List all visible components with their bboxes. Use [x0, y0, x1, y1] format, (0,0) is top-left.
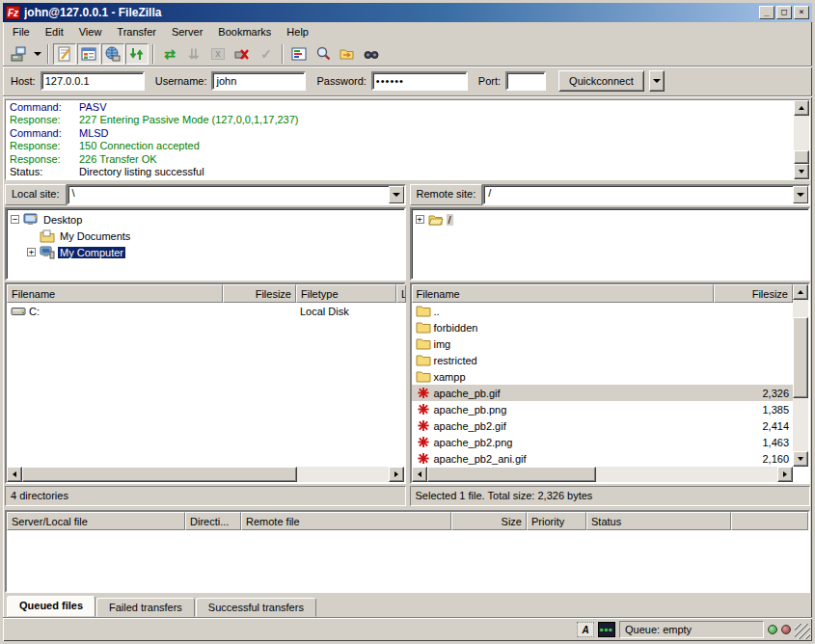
remote-site-combo-arrow[interactable]: [793, 186, 808, 203]
title-bar[interactable]: Fz john@127.0.0.1 - FileZilla _ □ ×: [3, 3, 812, 22]
column-status[interactable]: Status: [586, 512, 731, 530]
remote-horizontal-scrollbar[interactable]: [412, 467, 794, 482]
process-queue-button[interactable]: ⇊: [182, 43, 205, 65]
file-row[interactable]: apache_pb.png 1,385: [412, 401, 794, 417]
remote-file-list: Filename Filesize .. forbidden: [410, 282, 811, 484]
expand-icon[interactable]: +: [416, 215, 424, 224]
scroll-right-button[interactable]: [777, 467, 793, 482]
image-file-icon: [416, 419, 431, 432]
scroll-down-button[interactable]: [794, 164, 809, 179]
menu-help[interactable]: Help: [279, 24, 316, 40]
username-input[interactable]: [211, 71, 306, 91]
menu-view[interactable]: View: [71, 24, 110, 40]
reconnect-button[interactable]: ✓: [255, 43, 278, 65]
directory-comparison-button[interactable]: [312, 43, 335, 65]
toggle-transfer-queue-button[interactable]: [125, 43, 149, 65]
maximize-button[interactable]: □: [776, 6, 792, 19]
column-filename[interactable]: Filename: [412, 284, 715, 303]
scroll-right-button[interactable]: [389, 467, 404, 482]
menu-bookmarks[interactable]: Bookmarks: [210, 24, 279, 40]
file-row-c-drive[interactable]: C: Local Disk: [7, 303, 404, 319]
transfer-type-icon: A: [577, 622, 594, 637]
synchronized-browsing-button[interactable]: [336, 43, 359, 65]
menu-edit[interactable]: Edit: [38, 24, 71, 40]
file-row[interactable]: apache_pb2_ani.gif 2,160: [412, 450, 794, 467]
close-button[interactable]: ×: [794, 6, 809, 19]
column-filename[interactable]: Filename: [7, 284, 223, 303]
local-horizontal-scrollbar[interactable]: [7, 467, 404, 482]
scroll-thumb[interactable]: [793, 317, 808, 398]
file-name: apache_pb2.gif: [434, 420, 506, 432]
column-filesize[interactable]: Filesize: [223, 284, 296, 303]
resize-grip[interactable]: [795, 624, 810, 639]
file-row[interactable]: restricted: [412, 352, 794, 368]
remote-site-combo[interactable]: /: [482, 184, 810, 205]
remote-status-text: Selected 1 file. Total size: 2,326 bytes: [410, 486, 811, 506]
local-site-combo[interactable]: \: [67, 184, 406, 205]
refresh-button[interactable]: ⇄: [158, 43, 181, 65]
file-name: apache_pb2.png: [434, 437, 513, 448]
minimize-button[interactable]: _: [759, 6, 774, 19]
tree-item-label-selected: My Computer: [58, 247, 125, 258]
column-filetype[interactable]: Filetype: [296, 284, 396, 303]
scroll-up-button[interactable]: [794, 100, 809, 116]
port-input[interactable]: [505, 71, 546, 91]
file-row[interactable]: xampp: [412, 368, 794, 385]
toggle-message-log-button[interactable]: [53, 43, 76, 65]
menu-server[interactable]: Server: [164, 24, 210, 40]
scroll-up-button[interactable]: [793, 284, 808, 300]
scroll-left-button[interactable]: [7, 467, 22, 482]
remote-list-rows: .. forbidden img: [412, 303, 794, 467]
column-size[interactable]: Size: [451, 512, 527, 530]
scroll-thumb[interactable]: [22, 467, 297, 482]
column-filesize[interactable]: Filesize: [714, 284, 793, 303]
file-row[interactable]: ..: [412, 303, 794, 319]
menu-transfer[interactable]: Transfer: [109, 24, 164, 40]
tree-item-my-documents[interactable]: My Documents: [11, 228, 404, 244]
tab-failed-transfers[interactable]: Failed transfers: [96, 598, 195, 617]
my-computer-icon: [40, 246, 55, 259]
file-row[interactable]: apache_pb2.png 1,463: [412, 434, 794, 450]
find-files-button[interactable]: [360, 43, 383, 65]
column-server-local-file[interactable]: Server/Local file: [7, 512, 185, 530]
scroll-left-button[interactable]: [412, 467, 427, 482]
expand-icon[interactable]: +: [27, 248, 36, 256]
remote-vertical-scrollbar[interactable]: [793, 284, 808, 467]
toggle-remote-tree-button[interactable]: [101, 43, 124, 65]
password-input[interactable]: [371, 71, 468, 91]
tree-item-desktop[interactable]: − Desktop: [11, 211, 404, 228]
scroll-thumb[interactable]: [794, 150, 809, 164]
filter-button[interactable]: [287, 43, 311, 65]
column-direction[interactable]: Directi...: [185, 512, 241, 530]
collapse-icon[interactable]: −: [11, 215, 19, 224]
scroll-thumb[interactable]: [427, 467, 596, 482]
local-site-combo-arrow[interactable]: [389, 186, 404, 203]
local-status-text: 4 directories: [5, 486, 406, 506]
tab-successful-transfers[interactable]: Successful transfers: [196, 598, 316, 617]
quickconnect-dropdown[interactable]: [649, 70, 665, 92]
file-row[interactable]: apache_pb2.gif 2,414: [412, 417, 794, 434]
menu-file[interactable]: File: [5, 24, 38, 40]
site-manager-button[interactable]: [7, 43, 30, 65]
file-name: img: [434, 338, 451, 350]
host-input[interactable]: [41, 71, 145, 91]
file-name: apache_pb.gif: [434, 388, 501, 399]
quickconnect-button[interactable]: Quickconnect: [558, 70, 644, 92]
file-row[interactable]: forbidden: [412, 319, 794, 335]
tree-item-root[interactable]: + /: [416, 211, 809, 228]
toggle-local-tree-button[interactable]: [77, 43, 100, 65]
file-row-selected[interactable]: apache_pb.gif 2,326: [412, 385, 794, 401]
column-last-modified[interactable]: L: [396, 284, 406, 303]
image-file-icon: [416, 452, 431, 465]
file-row[interactable]: img: [412, 335, 794, 352]
log-vertical-scrollbar[interactable]: [794, 100, 809, 179]
scroll-down-button[interactable]: [793, 451, 808, 467]
tab-queued-files[interactable]: Queued files: [7, 596, 95, 617]
column-remote-file[interactable]: Remote file: [241, 512, 451, 530]
site-manager-dropdown[interactable]: [31, 43, 43, 65]
disconnect-button[interactable]: [231, 43, 254, 65]
cancel-button[interactable]: x: [206, 43, 230, 65]
queue-header: Server/Local file Directi... Remote file…: [7, 512, 808, 530]
tree-item-my-computer[interactable]: + My Computer: [11, 244, 404, 260]
column-priority[interactable]: Priority: [527, 512, 586, 530]
